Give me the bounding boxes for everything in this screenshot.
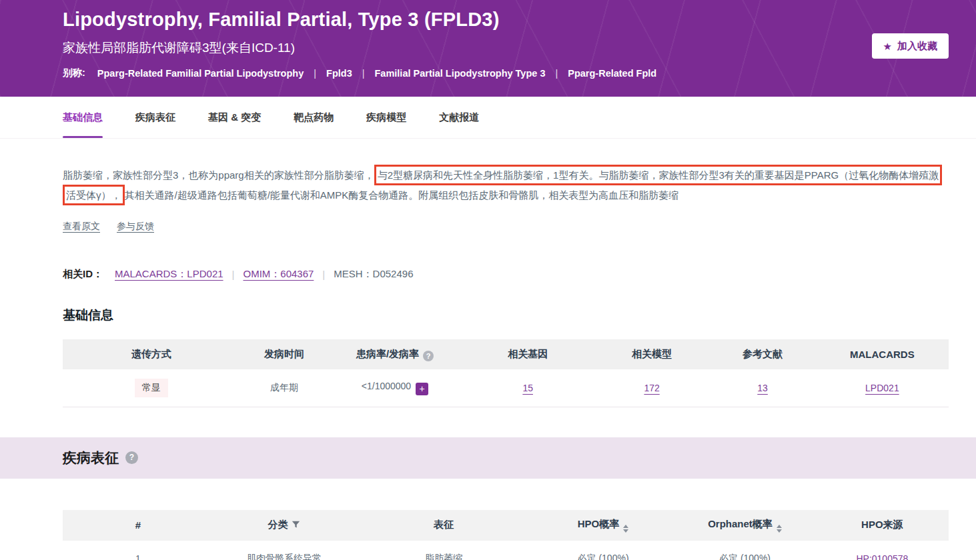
prevalence-value: <1/1000000 (362, 381, 411, 391)
col-prevalence-label: 患病率/发病率 (356, 348, 419, 359)
hpo-probability-value: 必定 (100%) (532, 541, 674, 560)
help-icon[interactable]: ? (423, 351, 434, 361)
phenotype-value: 脂肪萎缩 (355, 541, 532, 560)
tab-basic-info[interactable]: 基础信息 (63, 97, 103, 138)
inheritance-badge: 常显 (135, 379, 168, 397)
alias-separator: | (362, 68, 365, 79)
alias-separator: | (314, 68, 316, 79)
related-ids-row: 相关ID： MALACARDS：LPD021 | OMIM：604367 | M… (63, 268, 949, 281)
col-index: # (63, 510, 213, 541)
col-inheritance: 遗传方式 (63, 339, 240, 369)
col-hpo-source: HPO来源 (816, 510, 949, 541)
tab-bar: 基础信息 疾病表征 基因 & 突变 靶点药物 疾病模型 文献报道 (0, 97, 976, 139)
star-icon: ★ (883, 41, 892, 51)
alias-separator: | (555, 68, 558, 79)
favorite-button-label: 加入收藏 (897, 40, 937, 53)
section-title-phenotypes: 疾病表征 (63, 449, 119, 467)
summary-text-after: 其相关通路/超级通路包括葡萄糖/能量代谢和AMPK酶复合物通路。附属组织包括皮肤… (125, 189, 679, 201)
row-index: 1 (63, 541, 213, 560)
orphanet-probability-value: 必定 (100%) (674, 541, 815, 560)
help-icon[interactable]: ? (125, 451, 138, 464)
col-related-models: 相关模型 (594, 339, 710, 369)
phenotype-header-row: # 分类 表征 HPO概率 Orphanet概率 HPO来源 (63, 510, 949, 541)
summary-links: 查看原文 参与反馈 (63, 221, 949, 233)
col-hpo-probability: HPO概率 (532, 510, 674, 541)
alias-item: Familial Partial Lipodystrophy Type 3 (374, 68, 545, 79)
page-title: Lipodystrophy, Familial Partial, Type 3 … (63, 0, 976, 31)
references-link[interactable]: 13 (757, 383, 768, 393)
page-header: Lipodystrophy, Familial Partial, Type 3 … (0, 0, 976, 97)
category-value: 肌肉骨骼系统异常 (213, 541, 355, 560)
col-category-label: 分类 (268, 519, 288, 530)
related-ids-label: 相关ID： (63, 268, 103, 281)
malacards-id-link[interactable]: MALACARDS：LPD021 (115, 268, 223, 281)
related-models-link[interactable]: 172 (644, 383, 659, 393)
col-related-genes: 相关基因 (462, 339, 594, 369)
phenotype-table-wrap: # 分类 表征 HPO概率 Orphanet概率 HPO来源 1 肌肉骨骼系统异… (0, 510, 976, 560)
filter-icon[interactable] (292, 520, 300, 529)
basic-info-table: 遗传方式 发病时间 患病率/发病率? 相关基因 相关模型 参考文献 MALACA… (63, 339, 949, 407)
col-orphanet-probability: Orphanet概率 (674, 510, 815, 541)
col-prevalence: 患病率/发病率? (328, 339, 461, 369)
expand-prevalence-button[interactable]: + (416, 383, 428, 395)
hpo-source-link[interactable]: HP:0100578 (856, 553, 908, 560)
col-malacards: MALACARDS (816, 339, 949, 369)
feedback-link[interactable]: 参与反馈 (117, 221, 154, 233)
add-favorite-button[interactable]: ★ 加入收藏 (872, 33, 949, 59)
sort-icon[interactable] (777, 525, 782, 533)
onset-value: 成年期 (240, 369, 329, 407)
sort-icon[interactable] (623, 525, 628, 533)
tab-literature[interactable]: 文献报道 (439, 97, 479, 138)
col-hpo-probability-label: HPO概率 (578, 518, 620, 529)
summary-text-before: 脂肪萎缩，家族性部分型3，也称为pparg相关的家族性部分脂肪萎缩， (63, 169, 374, 181)
mesh-id: MESH：D052496 (334, 268, 413, 281)
col-phenotype: 表征 (355, 510, 532, 541)
tab-genes-mutations[interactable]: 基因 & 突变 (208, 97, 261, 138)
col-onset: 发病时间 (240, 339, 329, 369)
main-content: 脂肪萎缩，家族性部分型3，也称为pparg相关的家族性部分脂肪萎缩，与2型糖尿病… (0, 165, 976, 407)
page-subtitle: 家族性局部脂肪代谢障碍3型(来自ICD-11) (63, 39, 976, 57)
id-separator: | (232, 269, 235, 280)
alias-item: Pparg-Related Familial Partial Lipodystr… (97, 68, 304, 79)
omim-id-link[interactable]: OMIM：604367 (243, 268, 314, 281)
phenotype-section-band: 疾病表征 ? (0, 437, 976, 479)
alias-row: 别称: Pparg-Related Familial Partial Lipod… (63, 67, 976, 79)
col-category: 分类 (213, 510, 355, 541)
view-original-link[interactable]: 查看原文 (63, 221, 100, 233)
basic-info-row: 常显 成年期 <1/1000000+ 15 172 13 LPD021 (63, 369, 949, 407)
phenotype-table: # 分类 表征 HPO概率 Orphanet概率 HPO来源 1 肌肉骨骼系统异… (63, 510, 949, 560)
alias-item: Pparg-Related Fpld (568, 68, 656, 79)
disease-summary: 脂肪萎缩，家族性部分型3，也称为pparg相关的家族性部分脂肪萎缩，与2型糖尿病… (63, 165, 949, 205)
tab-phenotypes[interactable]: 疾病表征 (135, 97, 175, 138)
section-title-basic-info: 基础信息 (63, 307, 949, 324)
alias-item: Fpld3 (326, 68, 352, 79)
tab-target-drugs[interactable]: 靶点药物 (294, 97, 334, 138)
related-genes-link[interactable]: 15 (522, 383, 533, 393)
id-separator: | (322, 269, 325, 280)
basic-info-header-row: 遗传方式 发病时间 患病率/发病率? 相关基因 相关模型 参考文献 MALACA… (63, 339, 949, 369)
col-references: 参考文献 (709, 339, 815, 369)
malacards-link[interactable]: LPD021 (865, 383, 899, 393)
col-orphanet-probability-label: Orphanet概率 (708, 518, 773, 529)
tab-disease-models[interactable]: 疾病模型 (366, 97, 406, 138)
alias-label: 别称: (63, 67, 85, 79)
phenotype-row: 1 肌肉骨骼系统异常 脂肪萎缩 必定 (100%) 必定 (100%) HP:0… (63, 541, 949, 560)
